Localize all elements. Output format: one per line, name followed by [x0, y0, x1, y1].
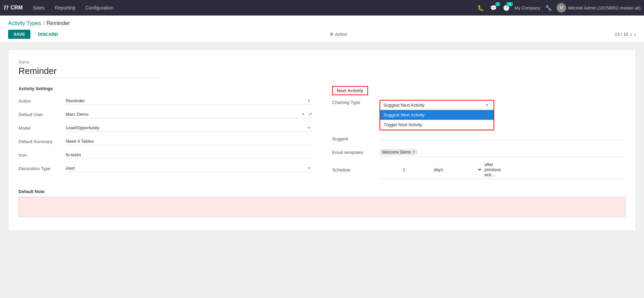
toolbar: SAVE DISCARD ⚙ Action 13 / 15 ‹ › [8, 30, 636, 42]
topnav-menu: Sales Reporting Configuration [28, 3, 475, 12]
name-field-value[interactable]: Reminder [19, 66, 160, 78]
bug-icon[interactable]: 🐛 [476, 3, 485, 12]
schedule-input[interactable]: 1 [380, 166, 429, 173]
clock-icon[interactable]: 🕐 36 [502, 3, 511, 12]
menu-configuration[interactable]: Configuration [81, 3, 118, 12]
form-sections: Activity Settings Action Reminder ▼ Defa… [19, 86, 625, 182]
breadcrumb-parent[interactable]: Activity Types [8, 20, 41, 26]
chaining-options-list: Suggest Next Activity Trigger Next Activ… [380, 110, 494, 130]
breadcrumb: Activity Types / Reminder [8, 20, 636, 26]
default-summary-value[interactable]: Need 4 Tables [66, 137, 312, 145]
pagination-info: 13 / 15 [615, 32, 628, 37]
default-user-row: Default User Marc Demo ▼ ↗ [19, 109, 312, 119]
action-label: Action [19, 99, 66, 104]
breadcrumb-separator: / [43, 20, 45, 26]
tools-icon[interactable]: 🔧 [544, 3, 553, 12]
suggest-label: Suggest [332, 136, 380, 141]
tag-remove[interactable]: ✕ [412, 150, 415, 154]
next-arrow[interactable]: › [634, 31, 636, 37]
default-user-label: Default User [19, 112, 66, 117]
breadcrumb-bar: Activity Types / Reminder SAVE DISCARD ⚙… [0, 16, 644, 43]
chat-badge: 5 [495, 2, 501, 6]
action-button[interactable]: ⚙ Action [330, 32, 347, 37]
form-card: Name Reminder Activity Settings Action R… [8, 49, 636, 231]
tag-label: Welcome Demo [382, 150, 411, 155]
action-dropdown-arrow: ▼ [307, 99, 312, 103]
email-templates-row: Email templates Welcome Demo ✕ [332, 147, 626, 157]
model-label: Model [19, 126, 66, 131]
chaining-type-label: Chaining Type [332, 100, 380, 105]
decoration-type-value[interactable]: Alert ▼ [66, 164, 312, 172]
decoration-type-row: Decoration Type Alert ▼ [19, 163, 312, 173]
breadcrumb-current: Reminder [47, 20, 70, 26]
user-label: Mitchell Admin (18158952-master-all) [568, 5, 641, 10]
next-activity-label: Next Activity [332, 86, 368, 95]
action-label: Action [335, 32, 347, 37]
action-value[interactable]: Reminder ▼ [66, 97, 312, 105]
discard-button[interactable]: DISCARD [34, 30, 62, 39]
avatar: M [557, 3, 566, 12]
next-activity-section: Next Activity Chaining Type Suggest Next… [332, 86, 626, 182]
model-row: Model Lead/Opportunity ▼ [19, 123, 312, 133]
model-dropdown-arrow: ▼ [307, 126, 312, 130]
icon-value[interactable]: fa-tasks [66, 151, 312, 159]
decoration-type-label: Decoration Type [19, 166, 66, 171]
model-value[interactable]: Lead/Opportunity ▼ [66, 124, 312, 132]
default-note-label: Default Note [19, 189, 625, 194]
main-content: Name Reminder Activity Settings Action R… [0, 43, 644, 238]
activity-settings-label: Activity Settings [19, 86, 312, 91]
schedule-after-text: after previous acti… [484, 162, 501, 177]
icon-row: Icon fa-tasks [19, 150, 312, 160]
chaining-type-dropdown[interactable]: Suggest Next Activity ▼ Suggest Next Act… [380, 100, 494, 130]
default-user-value[interactable]: Marc Demo ▼ ↗ [66, 110, 312, 118]
menu-sales[interactable]: Sales [28, 3, 49, 12]
email-templates-value[interactable]: Welcome Demo ✕ [380, 148, 626, 157]
suggest-value[interactable] [380, 137, 626, 140]
name-field-label: Name [19, 60, 625, 64]
default-note-area: Default Note [19, 189, 625, 217]
default-user-dropdown-arrow: ▼ [302, 112, 306, 116]
external-link-icon[interactable]: ↗ [308, 112, 312, 117]
action-row: Action Reminder ▼ [19, 96, 312, 106]
schedule-row: Schedule 1 days hours weeks after previo… [332, 161, 626, 179]
default-note-box[interactable] [19, 197, 625, 217]
brand[interactable]: ⁇ CRM [3, 5, 23, 11]
chaining-type-selected[interactable]: Suggest Next Activity ▼ [380, 101, 494, 110]
prev-arrow[interactable]: ‹ [630, 31, 632, 37]
grid-icon: ⁇ [3, 5, 8, 11]
suggest-row: Suggest [332, 134, 626, 144]
chaining-option-suggest[interactable]: Suggest Next Activity [380, 110, 494, 120]
default-summary-row: Default Summary Need 4 Tables [19, 136, 312, 146]
schedule-value: 1 days hours weeks after previous acti… [380, 161, 626, 179]
company-label[interactable]: My Company [514, 5, 540, 10]
chaining-type-row: Chaining Type Suggest Next Activity ▼ Su… [332, 100, 626, 130]
menu-reporting[interactable]: Reporting [50, 3, 80, 12]
chat-icon[interactable]: 💬 5 [489, 3, 498, 12]
decoration-type-dropdown-arrow: ▼ [307, 166, 312, 170]
chaining-type-arrow: ▼ [485, 103, 490, 107]
clock-badge: 36 [506, 2, 513, 6]
user-menu[interactable]: M Mitchell Admin (18158952-master-all) [557, 3, 641, 12]
save-button[interactable]: SAVE [8, 30, 30, 39]
email-template-tag: Welcome Demo ✕ [380, 149, 418, 155]
schedule-unit-select[interactable]: days hours weeks [431, 165, 482, 174]
pagination: 13 / 15 ‹ › [615, 31, 636, 37]
email-templates-label: Email templates [332, 150, 380, 155]
brand-label: CRM [10, 5, 23, 11]
topnav-right: 🐛 💬 5 🕐 36 My Company 🔧 M Mitchell Admin… [476, 3, 641, 12]
gear-icon: ⚙ [330, 32, 334, 37]
schedule-label: Schedule [332, 167, 380, 172]
default-summary-label: Default Summary [19, 139, 66, 144]
chaining-type-value: Suggest Next Activity [384, 103, 425, 108]
topnav: ⁇ CRM Sales Reporting Configuration 🐛 💬 … [0, 0, 644, 16]
activity-settings-section: Activity Settings Action Reminder ▼ Defa… [19, 86, 312, 182]
chaining-option-trigger[interactable]: Trigger Next Activity [380, 120, 494, 130]
icon-label: Icon [19, 153, 66, 158]
